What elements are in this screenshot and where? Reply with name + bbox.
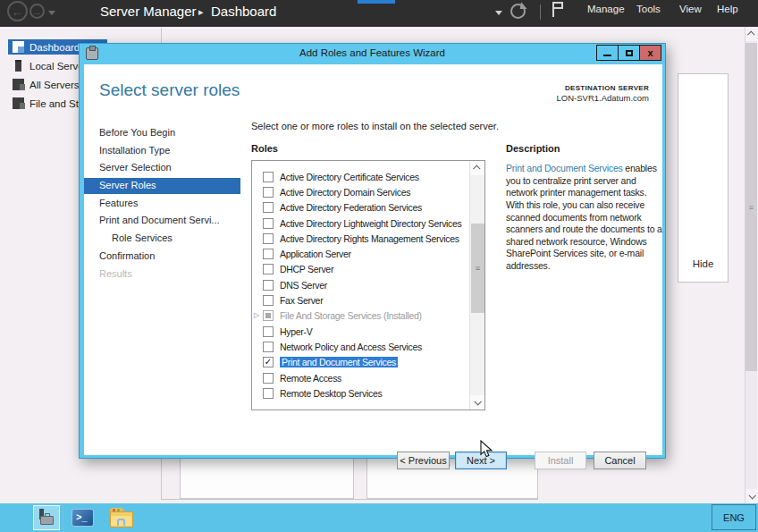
scroll-down-icon[interactable] [745, 489, 757, 503]
description-role-link[interactable]: Print and Document Services [506, 163, 623, 173]
forward-button[interactable]: → [29, 4, 45, 19]
checkbox-unchecked-icon[interactable] [263, 218, 274, 229]
notification-highlight [358, 0, 395, 4]
sidebar-item-label: Dashboard [29, 42, 80, 53]
server-manager-topbar: ← → Server Manager ▸ Dashboard Manage To… [0, 0, 758, 27]
file-explorer-icon[interactable] [110, 508, 133, 528]
role-item[interactable]: Fax Server [252, 292, 469, 308]
checkbox-unchecked-icon[interactable] [263, 187, 274, 198]
back-arrow-icon: ← [12, 4, 24, 19]
notification-panel: Hide [678, 73, 729, 283]
menu-manage[interactable]: Manage [587, 4, 625, 14]
minimize-button[interactable] [596, 45, 619, 61]
role-item-installed[interactable]: ▷ File And Storage Services (Installed) [252, 308, 469, 324]
role-item[interactable]: Remote Access [252, 370, 469, 385]
checkbox-unchecked-icon[interactable] [263, 172, 274, 182]
checkbox-checked-icon[interactable]: ✓ [263, 357, 274, 367]
role-item[interactable]: Active Directory Federation Services [252, 200, 469, 215]
role-item[interactable]: Active Directory Lightweight Directory S… [252, 215, 469, 231]
refresh-icon[interactable] [510, 4, 526, 19]
roles-label: Roles [251, 143, 278, 154]
mouse-cursor [480, 440, 494, 459]
step-server-roles[interactable]: Server Roles [84, 178, 240, 194]
screen: ← → Server Manager ▸ Dashboard Manage To… [0, 0, 758, 532]
scrollbar-thumb[interactable]: ≡ [745, 43, 757, 371]
role-item[interactable]: Hyper-V [252, 324, 469, 339]
checkbox-unchecked-icon[interactable] [263, 280, 274, 291]
close-button[interactable]: x [639, 45, 661, 61]
minimize-icon [603, 55, 611, 56]
step-confirmation[interactable]: Confirmation [84, 249, 240, 265]
cancel-button[interactable]: Cancel [594, 452, 646, 469]
role-item[interactable]: Active Directory Rights Management Servi… [252, 231, 469, 246]
server-manager-taskbar-button[interactable] [33, 505, 60, 530]
scroll-down-icon[interactable] [470, 395, 484, 410]
menu-help[interactable]: Help [717, 4, 738, 14]
page-title: Select server roles [99, 80, 240, 100]
roles-listbox: Active Directory Certificate Services Ac… [251, 160, 485, 410]
powershell-icon[interactable]: >_ [72, 509, 94, 527]
step-before-you-begin[interactable]: Before You Begin [84, 125, 240, 141]
role-item[interactable]: Application Server [252, 246, 469, 261]
role-description: Print and Document Services enables you … [506, 163, 667, 273]
wizard-steps-nav: Before You Begin Installation Type Serve… [84, 125, 240, 283]
role-item[interactable]: Remote Desktop Services [252, 385, 469, 401]
breadcrumb-separator-icon: ▸ [198, 6, 204, 18]
back-button[interactable]: ← [7, 1, 28, 21]
hide-button[interactable]: Hide [678, 258, 728, 269]
scroll-up-icon[interactable] [470, 161, 484, 175]
expander-icon[interactable]: ▷ [254, 311, 259, 319]
step-server-selection[interactable]: Server Selection [84, 160, 240, 176]
description-text: enables you to centralize print server a… [506, 163, 662, 271]
dashboard-grid-icon [13, 41, 24, 53]
breadcrumb-page: Dashboard [211, 4, 276, 19]
taskbar-divider [63, 505, 63, 530]
maximize-button[interactable] [618, 45, 640, 61]
checkbox-partial-icon[interactable] [263, 310, 274, 321]
menu-view[interactable]: View [679, 4, 702, 14]
step-results: Results [84, 266, 240, 283]
checkbox-unchecked-icon[interactable] [263, 373, 274, 384]
step-print-document-services[interactable]: Print and Document Servi... [84, 213, 240, 229]
wizard-body: Select server roles DESTINATION SERVER L… [84, 64, 662, 455]
scrollbar-thumb[interactable]: ≡ [471, 224, 484, 313]
checkbox-unchecked-icon[interactable] [263, 202, 274, 213]
install-button[interactable]: Install [535, 452, 586, 469]
role-item[interactable]: Network Policy and Access Services [252, 339, 469, 354]
wizard-title: Add Roles and Features Wizard [80, 47, 665, 58]
role-item-selected[interactable]: ✓ Print and Document Services [252, 355, 469, 370]
scroll-up-icon[interactable] [745, 27, 757, 41]
checkbox-unchecked-icon[interactable] [263, 388, 274, 399]
nav-dropdown-icon[interactable] [48, 11, 55, 15]
wizard-titlebar[interactable]: Add Roles and Features Wizard x [80, 44, 665, 64]
destination-server-name: LON-SVR1.Adatum.com [557, 93, 649, 103]
gripper-icon: ≡ [476, 264, 480, 273]
step-features[interactable]: Features [84, 196, 240, 212]
breadcrumb-app: Server Manager [100, 4, 197, 19]
refresh-dropdown-icon[interactable] [495, 11, 502, 15]
role-item[interactable]: Active Directory Certificate Services [252, 169, 469, 184]
notifications-flag-icon[interactable] [554, 2, 563, 9]
roles-scrollbar[interactable]: ≡ [469, 161, 484, 410]
servers-icon [13, 79, 24, 90]
role-item[interactable]: DNS Server [252, 277, 469, 292]
step-role-services[interactable]: Role Services [84, 231, 240, 247]
previous-button[interactable]: < Previous [397, 452, 450, 469]
window-scrollbar[interactable]: ≡ [745, 27, 757, 503]
step-installation-type[interactable]: Installation Type [84, 143, 240, 159]
checkbox-unchecked-icon[interactable] [263, 295, 274, 306]
description-label: Description [506, 143, 560, 154]
page-instruction: Select one or more roles to install on t… [251, 121, 499, 131]
role-item[interactable]: DHCP Server [252, 262, 469, 277]
gripper-icon: ≡ [749, 203, 754, 212]
checkbox-unchecked-icon[interactable] [263, 264, 274, 274]
dashboard-tile-bottom-border [161, 499, 538, 500]
checkbox-unchecked-icon[interactable] [263, 233, 274, 244]
language-indicator[interactable]: ENG [712, 504, 756, 530]
menu-tools[interactable]: Tools [636, 4, 661, 14]
destination-server-label: DESTINATION SERVER [565, 84, 649, 92]
role-item[interactable]: Active Directory Domain Services [252, 184, 469, 199]
checkbox-unchecked-icon[interactable] [263, 326, 274, 337]
checkbox-unchecked-icon[interactable] [263, 249, 274, 259]
checkbox-unchecked-icon[interactable] [263, 342, 274, 352]
